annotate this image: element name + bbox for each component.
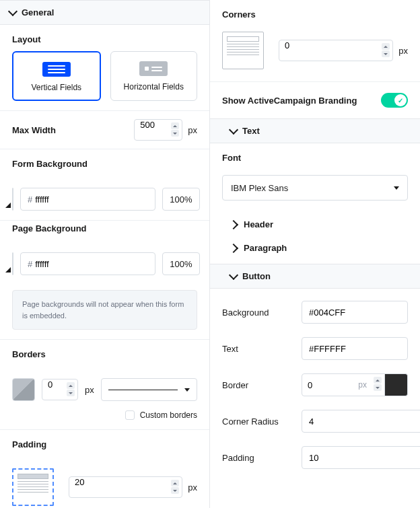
btn-text-field[interactable] <box>302 337 408 360</box>
border-color-swatch[interactable] <box>12 378 35 401</box>
pagebg-label: Page Background <box>12 223 197 233</box>
pagebg-opacity[interactable]: 100% <box>162 252 199 275</box>
stepper-down-icon[interactable] <box>374 384 382 391</box>
font-value: IBM Plex Sans <box>231 183 288 193</box>
border-unit: px <box>85 385 94 395</box>
maxwidth-label: Max Width <box>12 125 126 135</box>
chevron-down-icon <box>8 6 18 15</box>
custom-borders-checkbox[interactable] <box>125 410 135 420</box>
stepper-up-icon[interactable] <box>374 377 382 384</box>
pagebg-note: Page backgrounds will not appear when th… <box>12 290 197 330</box>
borders-label: Borders <box>12 349 197 359</box>
btn-radius-input[interactable]: px <box>302 410 420 433</box>
stepper-up-icon[interactable] <box>171 122 179 129</box>
layout-horizontal[interactable]: Horizontal Fields <box>110 51 198 101</box>
btn-text-label: Text <box>222 344 296 354</box>
section-general[interactable]: General <box>0 0 209 25</box>
branding-toggle[interactable] <box>381 93 408 108</box>
stepper-down-icon[interactable] <box>67 390 75 396</box>
corners-unit: px <box>398 46 408 56</box>
btn-padding-input[interactable]: px <box>302 446 420 469</box>
stepper-down-icon[interactable] <box>171 487 179 494</box>
vertical-icon <box>42 62 71 77</box>
formbg-swatch[interactable] <box>12 188 13 211</box>
maxwidth-unit: px <box>188 125 197 135</box>
section-button[interactable]: Button <box>210 264 420 289</box>
section-title: Button <box>242 271 271 281</box>
formbg-opacity[interactable]: 100% <box>162 188 199 211</box>
chevron-right-icon <box>229 219 238 229</box>
stepper-down-icon[interactable] <box>171 130 179 137</box>
border-style-select[interactable] <box>101 378 197 401</box>
horizontal-icon <box>139 61 168 76</box>
font-select[interactable]: IBM Plex Sans <box>222 175 408 201</box>
layout-vertical-label: Vertical Fields <box>19 82 94 93</box>
caret-down-icon <box>394 186 399 190</box>
stepper-down-icon[interactable] <box>382 50 390 57</box>
layout-label: Layout <box>12 34 197 44</box>
font-label: Font <box>222 153 408 163</box>
padding-unit: px <box>188 482 197 493</box>
btn-border-label: Border <box>222 380 296 390</box>
btn-bg-label: Background <box>222 307 296 318</box>
section-text[interactable]: Text <box>210 118 420 143</box>
btn-border-swatch[interactable] <box>385 373 408 396</box>
border-width-input[interactable] <box>42 379 78 400</box>
text-header-expand[interactable]: Header <box>210 213 420 236</box>
corners-label: Corners <box>222 9 408 20</box>
btn-padding-label: Padding <box>222 453 296 463</box>
chevron-right-icon <box>229 243 238 252</box>
stepper-up-icon[interactable] <box>171 480 179 486</box>
section-title: General <box>22 7 54 17</box>
btn-bg-field[interactable] <box>302 301 408 324</box>
formbg-label: Form Background <box>12 159 197 169</box>
btn-border-input[interactable]: px <box>302 373 385 396</box>
chevron-down-icon <box>229 270 238 279</box>
layout-vertical[interactable]: Vertical Fields <box>12 51 101 101</box>
layout-horizontal-label: Horizontal Fields <box>116 81 192 92</box>
custom-borders-label: Custom borders <box>140 410 197 420</box>
btn-radius-label: Corner Radius <box>222 416 296 427</box>
pagebg-hex[interactable]: # <box>20 252 155 275</box>
padding-label: Padding <box>12 439 197 449</box>
section-title: Text <box>242 126 260 136</box>
text-paragraph-expand[interactable]: Paragraph <box>210 236 420 264</box>
formbg-hex[interactable]: # <box>20 188 155 211</box>
stepper-up-icon[interactable] <box>67 382 75 389</box>
padding-preview <box>12 468 54 506</box>
chevron-down-icon <box>229 124 238 134</box>
maxwidth-input[interactable] <box>134 119 182 141</box>
stepper-up-icon[interactable] <box>382 43 390 50</box>
corners-input[interactable] <box>279 40 393 61</box>
pagebg-swatch[interactable] <box>12 252 13 275</box>
padding-input[interactable] <box>69 476 182 498</box>
corners-preview <box>222 32 264 69</box>
branding-label: Show ActiveCampaign Branding <box>222 96 357 106</box>
